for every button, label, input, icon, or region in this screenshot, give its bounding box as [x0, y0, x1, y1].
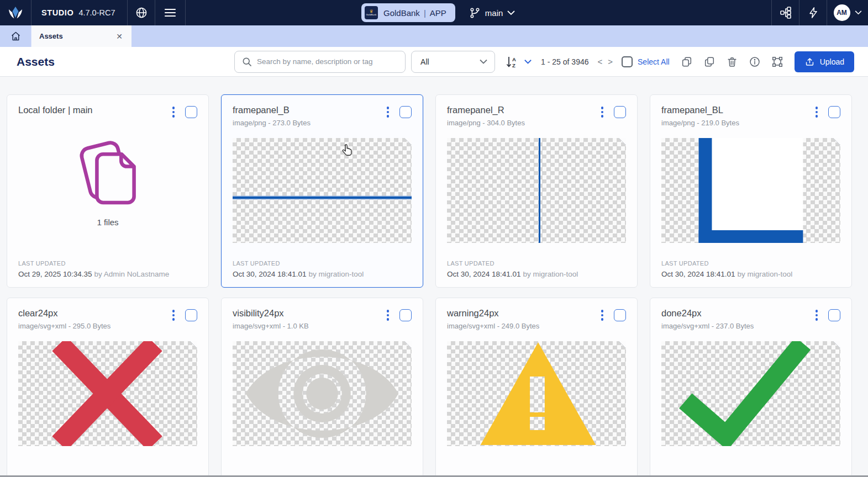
lightning-icon: [807, 7, 819, 19]
branch-name: main: [485, 8, 503, 18]
delete-button[interactable]: [726, 56, 738, 68]
kebab-menu-icon[interactable]: [598, 308, 607, 322]
updated-by: by migration-tool: [523, 270, 578, 278]
updated-date: Oct 29, 2025 10:34.35: [18, 270, 92, 278]
main-menu-button[interactable]: [155, 0, 186, 25]
product-title: STUDIO: [41, 8, 73, 17]
app-selector[interactable]: ♛ GoldBank GoldBank | APP: [361, 3, 455, 22]
last-updated-label: LAST UPDATED: [233, 260, 412, 267]
search-icon: [241, 56, 252, 67]
sort-button[interactable]: A Z: [505, 55, 519, 69]
kebab-menu-icon[interactable]: [384, 308, 392, 322]
next-page-button[interactable]: >: [608, 57, 613, 66]
asset-meta: image/svg+xml - 295.0 Bytes: [18, 322, 111, 330]
updated-date: Oct 30, 2024 18:41.01: [233, 270, 307, 278]
asset-checkbox[interactable]: [399, 309, 412, 321]
asset-card[interactable]: framepanel_R image/png - 304.0 Bytes LAS…: [435, 94, 638, 288]
asset-preview: [447, 341, 626, 446]
studio-logo-icon: [7, 6, 24, 20]
files-icon: [69, 130, 146, 212]
hamburger-icon: [164, 8, 176, 18]
asset-meta: image/png - 219.0 Bytes: [661, 119, 739, 127]
tab-strip: Assets ✕: [0, 25, 868, 47]
copy-button[interactable]: [681, 56, 693, 68]
asset-card[interactable]: done24px image/svg+xml - 237.0 Bytes LAS…: [650, 298, 852, 477]
tab-assets[interactable]: Assets ✕: [31, 25, 131, 47]
asset-title: clear24px: [18, 308, 111, 319]
kebab-menu-icon[interactable]: [598, 105, 607, 119]
asset-card[interactable]: framepanel_BL image/png - 219.0 Bytes LA…: [650, 94, 852, 288]
prev-page-button[interactable]: <: [598, 57, 603, 66]
asset-card[interactable]: Local folder | main 1 files LAST UPDATED…: [7, 94, 209, 288]
preview-fold-corner: [404, 138, 412, 145]
info-icon: [749, 56, 761, 68]
select-all-label[interactable]: Select All: [638, 57, 670, 66]
asset-title: warning24px: [447, 308, 539, 319]
search-input[interactable]: [257, 57, 399, 66]
asset-card[interactable]: clear24px image/svg+xml - 295.0 Bytes LA…: [7, 298, 209, 477]
assets-toolbar: Assets All A Z: [0, 47, 868, 77]
product-version: 4.7.0-RC7: [78, 8, 115, 17]
updated-by: by migration-tool: [737, 270, 792, 278]
transform-button[interactable]: [771, 56, 783, 68]
result-range: 1 - 25 of 3946: [541, 57, 588, 66]
asset-checkbox[interactable]: [828, 106, 840, 118]
upload-icon: [804, 56, 815, 67]
upload-button[interactable]: Upload: [795, 51, 854, 72]
product-name: STUDIO 4.7.0-RC7: [31, 0, 128, 25]
asset-checkbox[interactable]: [828, 309, 840, 321]
page-title: Assets: [17, 55, 55, 68]
asset-preview: [233, 341, 412, 446]
preview-fold-corner: [619, 341, 626, 348]
avatar: AM: [834, 4, 850, 21]
close-tab-icon[interactable]: ✕: [114, 31, 125, 42]
asset-meta: image/png - 273.0 Bytes: [233, 119, 311, 127]
asset-title: framepanel_R: [447, 105, 525, 115]
last-updated-value: Oct 30, 2024 18:41.01 by migration-tool: [233, 270, 412, 278]
branch-selector[interactable]: main: [469, 7, 515, 19]
kebab-menu-icon[interactable]: [170, 308, 178, 322]
asset-card[interactable]: visibility24px image/svg+xml - 1.0 KB LA…: [221, 298, 423, 477]
tab-home[interactable]: [0, 25, 31, 47]
preview-fold-corner: [190, 341, 197, 348]
app-logo[interactable]: [0, 0, 31, 25]
asset-title: framepanel_BL: [661, 105, 739, 115]
kebab-menu-icon[interactable]: [813, 105, 821, 119]
last-updated-label: LAST UPDATED: [447, 260, 626, 267]
asset-card[interactable]: framepanel_B image/png - 273.0 Bytes LAS…: [221, 94, 423, 288]
asset-checkbox[interactable]: [614, 309, 626, 321]
filter-dropdown[interactable]: All: [411, 51, 495, 73]
language-button[interactable]: [128, 0, 155, 25]
copy-icon: [681, 56, 693, 68]
select-all-checkbox[interactable]: [622, 56, 633, 67]
updated-date: Oct 30, 2024 18:41.01: [661, 270, 735, 278]
user-menu[interactable]: AM: [827, 0, 868, 25]
chevron-down-icon: [479, 59, 488, 65]
last-updated-value: Oct 30, 2024 18:41.01 by migration-tool: [661, 270, 840, 278]
files-count: 1 files: [97, 218, 118, 227]
sort-direction-dropdown[interactable]: [524, 59, 532, 65]
asset-preview: [233, 138, 412, 243]
asset-checkbox[interactable]: [399, 106, 412, 118]
search-box[interactable]: [234, 51, 406, 73]
quick-actions-button[interactable]: [799, 0, 827, 25]
kebab-menu-icon[interactable]: [813, 308, 821, 322]
home-icon: [10, 30, 22, 42]
upload-label: Upload: [820, 57, 844, 66]
asset-checkbox[interactable]: [614, 106, 626, 118]
asset-checkbox[interactable]: [185, 309, 197, 321]
asset-card[interactable]: warning24px image/svg+xml - 249.0 Bytes …: [435, 298, 638, 477]
selection-frame-icon: [771, 56, 783, 68]
kebab-menu-icon[interactable]: [170, 105, 178, 119]
duplicate-button[interactable]: [703, 56, 716, 68]
pipelines-button[interactable]: [771, 0, 799, 25]
asset-checkbox[interactable]: [185, 106, 197, 118]
chevron-down-icon: [524, 59, 532, 65]
asset-title: done24px: [661, 308, 754, 319]
hierarchy-icon: [779, 6, 792, 19]
kebab-menu-icon[interactable]: [384, 105, 392, 119]
info-button[interactable]: [749, 56, 761, 68]
asset-preview: [661, 341, 840, 446]
asset-title: framepanel_B: [233, 105, 311, 115]
last-updated-value: Oct 30, 2024 18:41.01 by migration-tool: [447, 270, 626, 278]
